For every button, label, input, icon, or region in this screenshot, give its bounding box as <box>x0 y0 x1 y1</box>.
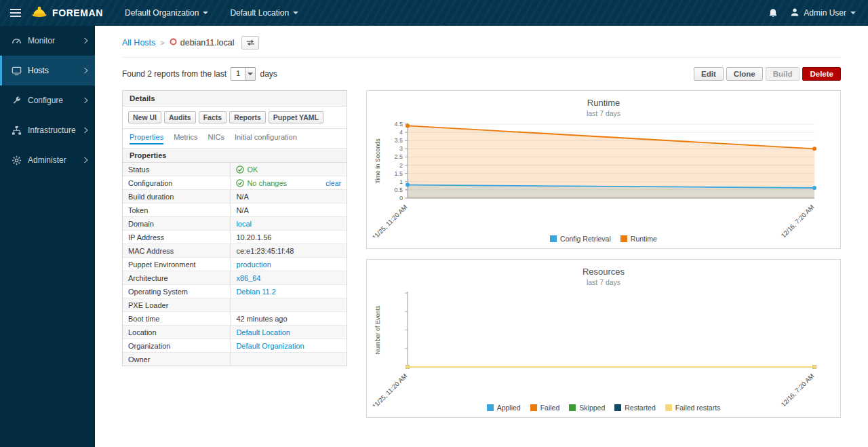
property-link-operating-system[interactable]: Debian 11.2 <box>236 288 276 296</box>
details-button-puppet-yaml[interactable]: Puppet YAML <box>269 111 323 123</box>
chevron-right-icon <box>83 37 88 44</box>
svg-text:12/16, 7:20 AM: 12/16, 7:20 AM <box>779 372 815 406</box>
report-days-select[interactable]: 1 <box>231 67 256 81</box>
host-action-buttons: EditCloneBuildDelete <box>694 67 841 81</box>
gauge-icon <box>12 36 22 46</box>
sidebar-item-label: Configure <box>28 96 77 105</box>
details-button-facts[interactable]: Facts <box>199 111 226 123</box>
property-label: Organization <box>123 340 230 352</box>
organization-selector[interactable]: Default Organization <box>114 0 219 26</box>
report-days-value: 1 <box>231 68 245 80</box>
property-value: N/A <box>230 203 347 216</box>
notifications-bell-icon[interactable] <box>768 8 778 18</box>
clone-button[interactable]: Clone <box>726 67 763 81</box>
switch-host-icon <box>246 39 255 46</box>
sidebar: MonitorHostsConfigureInfrastructureAdmin… <box>0 26 95 447</box>
property-label: Token <box>123 204 230 216</box>
resources-chart: 11/25, 11:20 AM12/16, 7:20 AMNumber of E… <box>372 288 835 406</box>
property-value: local <box>230 217 347 230</box>
property-row-token: TokenN/A <box>123 203 347 217</box>
runtime-chart-title: Runtime <box>372 98 835 108</box>
tab-initial-configuration[interactable]: Initial configuration <box>235 133 297 144</box>
property-value: production <box>230 258 347 271</box>
property-label: MAC Address <box>123 245 230 257</box>
property-label: Location <box>123 326 230 338</box>
property-label: Architecture <box>123 272 230 284</box>
breadcrumb-separator: > <box>160 39 164 47</box>
details-button-reports[interactable]: Reports <box>229 111 266 123</box>
chevron-down-icon <box>850 12 856 14</box>
breadcrumb: All Hosts > debian11.local <box>122 26 841 58</box>
chevron-down-icon <box>203 12 208 14</box>
clear-link[interactable]: clear <box>326 179 341 187</box>
location-selector-label: Default Location <box>230 8 289 18</box>
chevron-right-icon <box>83 67 88 74</box>
property-value: No changesclear <box>230 176 347 189</box>
reports-summary-prefix: Found 2 reports from the last <box>122 69 226 79</box>
legend-label: Config Retrieval <box>560 235 611 243</box>
property-value: OK <box>230 163 347 176</box>
chevron-right-icon <box>83 127 88 134</box>
property-label: Status <box>123 163 230 176</box>
edit-button[interactable]: Edit <box>694 67 724 81</box>
legend-item-runtime[interactable]: Runtime <box>620 235 657 243</box>
property-row-pxe-loader: PXE Loader <box>123 298 347 312</box>
location-selector[interactable]: Default Location <box>219 0 309 26</box>
property-label: Puppet Environment <box>123 258 230 271</box>
tab-nics[interactable]: NICs <box>208 133 224 144</box>
property-value <box>230 353 347 366</box>
tab-metrics[interactable]: Metrics <box>174 133 197 144</box>
details-button-new-ui[interactable]: New UI <box>128 111 161 123</box>
property-link-architecture[interactable]: x86_64 <box>236 274 260 282</box>
check-circle-icon <box>236 179 244 187</box>
host-status-icon <box>170 38 177 47</box>
svg-text:3: 3 <box>399 145 403 152</box>
property-row-owner: Owner <box>123 353 347 366</box>
legend-item-config-retrieval[interactable]: Config Retrieval <box>550 235 611 243</box>
details-button-audits[interactable]: Audits <box>164 111 196 123</box>
property-label: Domain <box>123 218 230 230</box>
legend-item-skipped[interactable]: Skipped <box>569 404 605 412</box>
infrastructure-icon <box>12 125 22 136</box>
property-link-location[interactable]: Default Location <box>236 328 290 336</box>
legend-label: Failed <box>540 404 560 412</box>
property-link-domain[interactable]: local <box>236 220 252 228</box>
property-label: Configuration <box>123 177 230 189</box>
legend-item-failed-restarts[interactable]: Failed restarts <box>665 404 721 412</box>
breadcrumb-current: debian11.local <box>180 38 235 47</box>
property-link-organization[interactable]: Default Organization <box>236 342 304 350</box>
sidebar-item-configure[interactable]: Configure <box>0 85 95 115</box>
sidebar-item-infrastructure[interactable]: Infrastructure <box>0 115 95 145</box>
property-label: Owner <box>123 353 230 366</box>
sidebar-item-administer[interactable]: Administer <box>0 145 95 175</box>
tab-properties[interactable]: Properties <box>130 133 163 144</box>
svg-text:Number of Events: Number of Events <box>374 305 381 355</box>
property-value: x86_64 <box>230 271 347 284</box>
legend-item-failed[interactable]: Failed <box>530 404 560 412</box>
foreman-brand[interactable]: FOREMAN <box>31 5 114 20</box>
property-value: ce:e1:23:45:1f:48 <box>230 244 347 257</box>
legend-swatch <box>530 404 537 411</box>
legend-item-applied[interactable]: Applied <box>487 404 521 412</box>
svg-text:Time in Seconds: Time in Seconds <box>374 138 381 184</box>
hamburger-menu-icon[interactable] <box>0 0 31 26</box>
sidebar-item-monitor[interactable]: Monitor <box>0 26 95 56</box>
status-text: No changes <box>247 179 287 187</box>
property-label: Operating System <box>123 286 230 298</box>
reports-summary-suffix: days <box>260 69 277 79</box>
svg-text:4.5: 4.5 <box>394 121 403 128</box>
resources-chart-title: Resources <box>372 267 835 277</box>
sidebar-item-hosts[interactable]: Hosts <box>0 56 95 85</box>
svg-text:1: 1 <box>399 178 403 185</box>
property-link-puppet-environment[interactable]: production <box>236 260 271 269</box>
property-value <box>230 298 347 311</box>
host-switcher-button[interactable] <box>241 36 259 50</box>
check-circle-icon <box>236 166 244 174</box>
legend-item-restarted[interactable]: Restarted <box>614 404 656 412</box>
breadcrumb-all-hosts-link[interactable]: All Hosts <box>122 38 155 47</box>
property-label: IP Address <box>123 231 230 244</box>
delete-button[interactable]: Delete <box>802 67 841 81</box>
wrench-icon <box>12 96 22 106</box>
properties-table: StatusOKConfigurationNo changesclearBuil… <box>123 163 347 366</box>
user-menu[interactable]: Admin User <box>790 7 856 19</box>
